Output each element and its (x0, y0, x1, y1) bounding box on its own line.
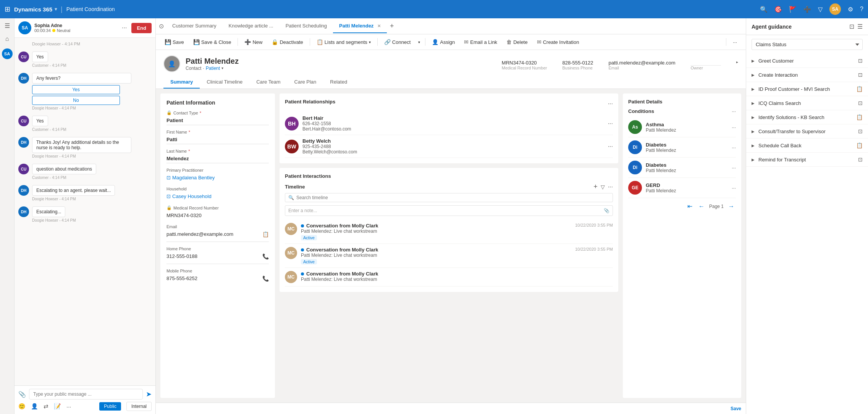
help-icon[interactable]: ? (860, 6, 863, 13)
ag-item-remind[interactable]: ▶ Remind for Transcript ⊡ (746, 153, 868, 167)
medical-record-value: MRN3474-0320 (166, 211, 269, 220)
lists-button[interactable]: 📋 Lists and segments ▾ (312, 37, 375, 47)
attach-icon[interactable]: 📎 (18, 391, 26, 398)
public-button[interactable]: Public (99, 402, 121, 411)
rel-more-betty[interactable]: ··· (608, 143, 613, 150)
toolbar-more-button[interactable]: ··· (729, 37, 741, 47)
page-prev-button[interactable]: ← (697, 202, 706, 211)
action-btn-3[interactable]: ⇄ (44, 403, 48, 410)
ag-item-icq[interactable]: ▶ ICQ Claims Search ⊡ (746, 96, 868, 110)
tab-close-icon[interactable]: ✕ (377, 24, 381, 28)
tab-knowledge[interactable]: Knowledge article ... (223, 19, 280, 33)
home-icon[interactable]: ⌂ (5, 35, 9, 42)
chat-input[interactable] (29, 389, 143, 400)
more-button[interactable]: ··· (120, 23, 128, 33)
condition-item-3: Di Diabetes Patti Melendez ··· (628, 158, 736, 178)
chat-msg-3: DH Any fevers? Yes No Doogie Howser - 4:… (18, 73, 152, 110)
end-button[interactable]: End (131, 23, 152, 33)
cond-more-1[interactable]: ··· (732, 124, 736, 130)
household-link[interactable]: ⊡ Casey Household (166, 192, 269, 201)
target-icon[interactable]: 🎯 (774, 6, 782, 13)
save-button[interactable]: 💾 Save (160, 37, 188, 47)
assign-icon: 👤 (432, 39, 438, 45)
hamburger-icon[interactable]: ☰ (5, 22, 10, 29)
tab-scheduling[interactable]: Patient Scheduling (280, 19, 333, 33)
record-tab-related[interactable]: Related (323, 76, 354, 89)
mobile-phone-value: 875-555-6252 (166, 274, 197, 283)
claims-status-select[interactable]: Claims Status (752, 39, 863, 50)
toolbar-sep-4 (425, 38, 425, 46)
assign-button[interactable]: 👤 Assign (428, 37, 459, 47)
chat-avatar-cu3: CU (18, 164, 29, 174)
search-icon[interactable]: 🔍 (760, 6, 768, 13)
timeline-add-button[interactable]: + (593, 183, 598, 191)
nav-avatar[interactable]: SA (2, 48, 13, 59)
record-tab-care-plan[interactable]: Care Plan (288, 76, 323, 89)
tab-nav-back[interactable]: ⊙ (159, 23, 164, 30)
create-invitation-button[interactable]: ✉ Create Invitation (533, 37, 584, 47)
email-link-button[interactable]: ✉ Email a Link (460, 37, 501, 47)
page-first-button[interactable]: ⇤ (686, 202, 694, 211)
delete-button[interactable]: 🗑 Delete (502, 37, 532, 47)
phone-icon[interactable]: 📞 (262, 253, 269, 259)
action-btn-5[interactable]: ··· (66, 403, 71, 410)
ag-icon-consult: ⊡ (858, 128, 863, 134)
fever-yes-button[interactable]: Yes (32, 85, 120, 94)
grid-icon[interactable]: ⊞ (5, 5, 10, 13)
flag-icon[interactable]: 🚩 (789, 6, 797, 13)
convo-info-1: Conversation from Molly Clark Patti Mele… (301, 223, 571, 240)
connect-more-button[interactable]: ▾ (415, 38, 423, 47)
internal-button[interactable]: Internal (126, 402, 152, 411)
conditions-more-icon[interactable]: ··· (732, 108, 736, 114)
ag-expand-icon[interactable]: ⊡ (849, 23, 854, 30)
status-dot (52, 29, 55, 32)
practitioner-link[interactable]: ⊡ Magdalena Bentley (166, 173, 269, 182)
ag-item-greet[interactable]: ▶ Greet Customer ⊡ (746, 54, 868, 68)
deactivate-button[interactable]: 🔒 Deactivate (267, 37, 307, 47)
page-next-button[interactable]: → (727, 202, 736, 211)
timeline-filter-icon[interactable]: ▽ (601, 184, 605, 190)
chat-msg-7: DH Escalating to an agent. please wait..… (18, 185, 152, 201)
tab-add-icon[interactable]: + (390, 22, 394, 30)
filter-icon[interactable]: ▽ (818, 6, 823, 13)
connect-button[interactable]: 🔗 Connect (380, 37, 415, 47)
rel-more-bert[interactable]: ··· (608, 120, 613, 127)
condition-item-2: Di Diabetes Patti Melendez ··· (628, 137, 736, 158)
record-tab-clinical[interactable]: Clinical Timeline (200, 76, 249, 89)
new-button[interactable]: ➕ New (240, 37, 267, 47)
timeline-search-input[interactable] (296, 195, 609, 200)
action-btn-2[interactable]: 👤 (31, 403, 38, 410)
timeline-more-icon[interactable]: ··· (608, 184, 613, 190)
cond-more-3[interactable]: ··· (732, 165, 736, 171)
paperclip-icon[interactable]: 📎 (604, 208, 609, 213)
relationships-more-icon[interactable]: ··· (608, 100, 613, 107)
ag-item-id-proof[interactable]: ▶ ID Proof Customer - MVI Search 📋 (746, 82, 868, 96)
ag-item-schedule[interactable]: ▶ Schedule Call Back 📋 (746, 139, 868, 153)
ag-menu-icon[interactable]: ☰ (857, 23, 863, 30)
chat-time-7: Doogie Howser - 4:14 PM (32, 218, 152, 222)
timeline-actions: + ▽ ··· (593, 183, 613, 191)
ag-item-create-interaction[interactable]: ▶ Create Interaction ⊡ (746, 68, 868, 82)
type-chevron: ▾ (221, 66, 223, 70)
settings-icon[interactable]: ⚙ (848, 6, 853, 13)
tab-patti[interactable]: Patti Melendez ✕ (333, 19, 387, 33)
tab-customer-summary[interactable]: Customer Summary (166, 19, 223, 33)
record-header-expand[interactable]: ▸ (736, 60, 738, 64)
ag-item-consult[interactable]: ▶ Consult/Transfer to Supervisor ⊡ (746, 124, 868, 139)
email-copy-icon[interactable]: 📋 (262, 231, 269, 237)
save-close-button[interactable]: 💾 Save & Close (189, 37, 236, 47)
cond-more-2[interactable]: ··· (732, 145, 736, 150)
action-btn-4[interactable]: 📝 (54, 403, 61, 410)
ag-item-solutions[interactable]: ▶ Identify Solutions - KB Search 📋 (746, 110, 868, 124)
plus-icon[interactable]: ➕ (803, 6, 811, 13)
action-btn-1[interactable]: 🙂 (18, 403, 26, 410)
bottom-save-button[interactable]: Save (731, 406, 741, 411)
mobile-icon[interactable]: 📞 (262, 275, 269, 282)
send-button[interactable]: ➤ (146, 390, 152, 398)
fever-no-button[interactable]: No (32, 96, 120, 105)
user-avatar[interactable]: SA (829, 3, 841, 15)
cond-more-4[interactable]: ··· (732, 185, 736, 191)
record-tab-care-team[interactable]: Care Team (249, 76, 287, 89)
chat-time-3: Customer - 4:14 PM (32, 127, 152, 132)
record-tab-summary[interactable]: Summary (163, 76, 200, 89)
